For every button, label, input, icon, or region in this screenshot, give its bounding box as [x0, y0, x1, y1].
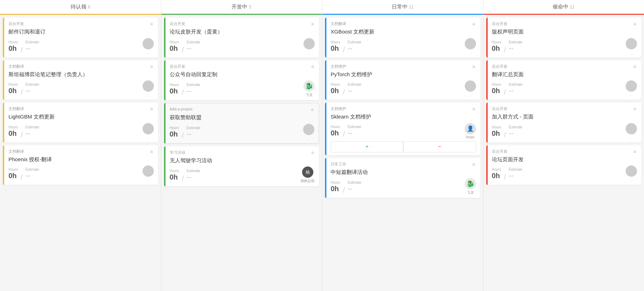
separator: / [182, 46, 184, 55]
estimate-block: Estimate -- [509, 83, 523, 95]
card-top: 日常工作 ≡ [331, 162, 476, 167]
card-menu-icon[interactable]: ≡ [633, 106, 637, 112]
card-category: 文档翻译 [8, 64, 24, 69]
estimate-label: Estimate [348, 125, 361, 129]
card-menu-icon[interactable]: ≡ [633, 21, 637, 27]
estimate-value: -- [187, 44, 191, 53]
estimate-block: Estimate -- [25, 168, 39, 180]
card-menu-icon[interactable]: ≡ [471, 21, 476, 27]
estimate-value: -- [25, 87, 30, 95]
estimate-block: Estimate -- [25, 83, 39, 95]
card-category: 日常工作 [331, 162, 346, 167]
card-top: 学习活动 ≡ [170, 150, 315, 156]
card-menu-icon[interactable]: ≡ [310, 107, 314, 113]
column-body-developing: 后台开发 ≡ 论坛皮肤开发（蛋黄） Hours 0h / Estimate --… [161, 15, 322, 291]
estimate-block: Estimate -- [187, 83, 200, 95]
column-count: 6 [88, 5, 90, 10]
card-title: Sklearn 文档维护 [331, 113, 476, 120]
card-footer: Hours 0h / Estimate -- 👤 loopy [331, 123, 476, 139]
card-category: 后台开发 [492, 21, 507, 26]
estimate-value: -- [348, 185, 352, 193]
card-footer: Hours 0h / Estimate -- ... [492, 165, 637, 182]
task-card: 文档翻译 ≡ XGBoost 文档更新 Hours 0h / Estimate … [325, 18, 480, 57]
estimate-label: Estimate [509, 125, 523, 129]
task-card: 文档翻译 ≡ 斯坦福博弈论笔记整理（负责人） Hours 0h / Estima… [3, 60, 158, 100]
task-dots: ... [146, 93, 149, 97]
avatar-area: 杨 杨帆起航 [301, 166, 315, 183]
hours-block: Hours 0h [170, 169, 179, 181]
hours-label: Hours [170, 40, 179, 44]
card-top: 后台开发 ≡ [170, 64, 315, 69]
card-category: 后台开发 [492, 106, 507, 111]
hours-label: Hours [492, 40, 501, 44]
hours-value: 0h [331, 129, 339, 137]
card-top: 文档翻译 ≡ [331, 21, 476, 27]
hours-value: 0h [331, 87, 339, 95]
card-title: XGBoost 文档更新 [331, 28, 476, 35]
card-footer: Hours 0h / Estimate -- ... [331, 38, 476, 55]
estimate-label: Estimate [348, 40, 361, 44]
avatar-area: 🐉 飞龙 [303, 80, 315, 97]
card-menu-icon[interactable]: ≡ [311, 64, 315, 69]
hours-label: Hours [8, 125, 18, 129]
column-count: 5 [249, 5, 251, 10]
hours-label: Hours [170, 126, 179, 130]
card-top: 后台开发 ≡ [8, 21, 154, 27]
card-menu-icon[interactable]: ≡ [149, 21, 154, 27]
add-button[interactable]: + [331, 141, 403, 152]
task-card: 后台开发 ≡ 论坛皮肤开发（蛋黄） Hours 0h / Estimate --… [164, 18, 319, 57]
task-card: 学习活动 ≡ 无人驾驶学习活动 Hours 0h / Estimate -- 杨… [164, 146, 319, 187]
card-menu-icon[interactable]: ≡ [471, 64, 476, 69]
card-category: 后台开发 [492, 64, 507, 69]
avatar-name: 飞龙 [467, 190, 474, 195]
card-menu-icon[interactable]: ≡ [149, 64, 154, 69]
card-menu-icon[interactable]: ≡ [471, 106, 476, 112]
task-dots: ... [469, 93, 471, 97]
hours-value: 0h [170, 44, 178, 53]
separator: / [504, 131, 506, 140]
avatar-area: ... [626, 38, 637, 55]
column-body-daily: 文档翻译 ≡ XGBoost 文档更新 Hours 0h / Estimate … [322, 15, 483, 291]
card-menu-icon[interactable]: ≡ [149, 149, 154, 154]
hours-label: Hours [331, 181, 340, 184]
estimate-block: Estimate -- [25, 40, 39, 53]
remove-button[interactable]: − [403, 141, 476, 152]
estimate-value: -- [25, 44, 30, 53]
estimate-label: Estimate [187, 40, 200, 44]
estimate-label: Estimate [25, 83, 39, 86]
card-menu-icon[interactable]: ≡ [633, 64, 637, 69]
card-title: 加入群方式 - 页面 [492, 113, 637, 120]
hours-value: 0h [8, 129, 17, 138]
card-menu-icon[interactable]: ≡ [149, 106, 154, 112]
hours-block: Hours 0h [492, 125, 501, 138]
card-top: 文档翻译 ≡ [8, 106, 154, 112]
avatar-area: ... [626, 165, 637, 182]
hours-block: Hours 0h [170, 83, 179, 95]
card-menu-icon[interactable]: ≡ [311, 150, 315, 156]
hours-value: 0h [492, 129, 500, 138]
card-top: 文档翻译 ≡ [8, 149, 154, 154]
card-category: 文档翻译 [331, 21, 346, 26]
card-category: 文档翻译 [8, 106, 24, 111]
card-footer: Hours 0h / Estimate -- ... [331, 80, 476, 97]
column-body-pending: 后台开发 ≡ 邮件订阅和退订 Hours 0h / Estimate -- ..… [0, 15, 161, 291]
card-menu-icon[interactable]: ≡ [311, 21, 315, 27]
avatar-placeholder [143, 123, 154, 134]
separator: / [182, 132, 184, 140]
kanban-board: 待认领6 后台开发 ≡ 邮件订阅和退订 Hours 0h / Estimate … [0, 0, 644, 291]
avatar-name: loopy [466, 135, 475, 139]
estimate-value: -- [348, 129, 352, 137]
avatar-area: ... [465, 80, 476, 97]
card-menu-icon[interactable]: ≡ [633, 149, 637, 154]
hours-value: 0h [331, 44, 339, 53]
card-menu-icon[interactable]: ≡ [471, 162, 476, 167]
estimate-block: Estimate -- [509, 168, 523, 180]
action-buttons: + − [331, 141, 476, 152]
card-footer: Hours 0h / Estimate -- ... [8, 80, 154, 97]
card-footer: Hours 0h / Estimate -- ... [170, 124, 315, 140]
column-title: 开发中 [231, 4, 247, 10]
hours-value: 0h [170, 173, 178, 181]
card-footer: Hours 0h / Estimate -- ... [492, 123, 637, 140]
separator: / [21, 46, 23, 55]
card-title: 无人驾驶学习活动 [170, 157, 315, 164]
